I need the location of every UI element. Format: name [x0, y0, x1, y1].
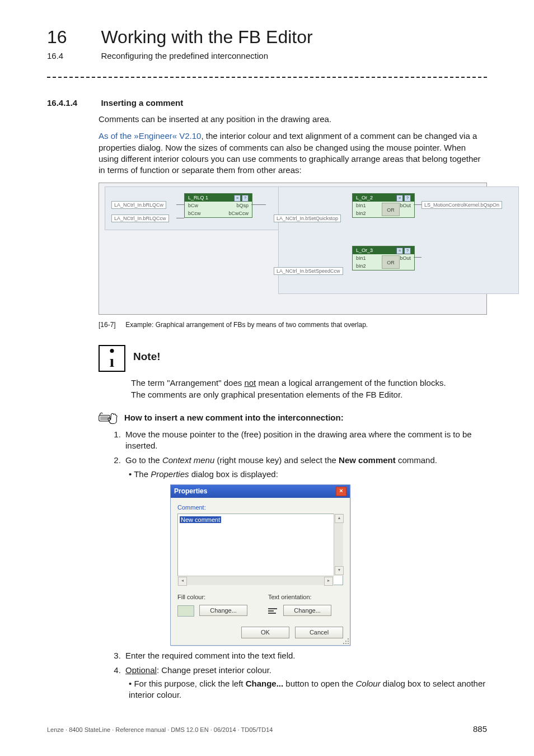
text: The term "Arrangement" does: [131, 378, 244, 388]
wire: [414, 204, 421, 205]
fb-head-icons: ≡?: [395, 247, 411, 254]
field-label: Fill colour:: [177, 593, 252, 601]
port-label: LA_NCtrl_In.bSetQuickstop: [274, 214, 341, 222]
close-button[interactable]: ×: [336, 487, 346, 496]
step-item: Enter the required comment into the text…: [123, 650, 487, 661]
fb-pin: bCw: [188, 202, 198, 209]
subsection-number: 16.4: [47, 51, 99, 60]
text: The: [134, 469, 151, 479]
fb-op: OR: [382, 203, 400, 216]
text: Move the mouse pointer to the (free) pos…: [125, 430, 472, 450]
resize-grip[interactable]: [342, 637, 349, 644]
text: (right mouse key) and select the: [214, 455, 339, 465]
field-label: Comment:: [177, 503, 343, 512]
fb-block-or2: L_Or_2 ≡? bIn1bOut bIn2 OR: [352, 193, 415, 218]
figure-tag: [16-7]: [99, 320, 124, 329]
footer-text: Lenze · 8400 StateLine · Reference manua…: [47, 726, 273, 733]
text: dialog box is displayed:: [189, 469, 278, 479]
wire: [251, 204, 266, 205]
port-label: LA_NCtrl_In.bRLQCw: [111, 201, 166, 209]
fb-pin: bCwCcw: [228, 210, 249, 217]
version-tag: As of the »Engineer« V2.10: [99, 131, 201, 141]
fb-head-icons: ≡?: [233, 194, 249, 202]
note-body: The term "Arrangement" does not mean a l…: [131, 377, 487, 400]
color-swatch: [177, 605, 194, 617]
field-label: Text orientation:: [268, 593, 343, 601]
note-title: Note!: [133, 351, 161, 363]
text: The comments are only graphical presenta…: [131, 390, 402, 399]
text: button to open the: [283, 679, 355, 688]
textarea-value: New comment: [180, 516, 221, 523]
fb-pin: bOut: [400, 202, 411, 209]
port-label: LS_MotionControlKernel.bQspOn: [421, 201, 502, 209]
chapter-title: Working with the FB Editor: [101, 27, 312, 48]
text-italic: Context menu: [162, 455, 214, 465]
fb-pin: bIn2: [356, 263, 366, 269]
page-number: 885: [473, 724, 487, 734]
fb-pin: bIn1: [356, 255, 366, 262]
step-item: Move the mouse pointer to the (free) pos…: [123, 429, 487, 452]
fb-pin: bQsp: [236, 202, 249, 209]
fb-pin: bIn2: [356, 210, 366, 217]
text-underline: not: [244, 378, 256, 388]
text-bold: New comment: [339, 455, 396, 465]
comment-textarea[interactable]: New comment ▴ ▾ ◂ ▸: [177, 514, 343, 585]
fb-block-rlq: L_RLQ 1 ≡? bCwbQsp bCcwbCwCcw: [184, 193, 252, 218]
fb-block-or3: L_Or_3 ≡? bIn1bOut bIn2 OR: [352, 246, 415, 270]
fb-pin: bOut: [400, 255, 411, 262]
port-label: LA_NCtrl_In.bSetSpeedCcw: [274, 267, 343, 275]
wire: [414, 257, 421, 258]
figure-fb-diagram: LA_NCtrl_In.bRLQCw LA_NCtrl_In.bRLQCcw L…: [99, 183, 487, 315]
text: : Change preset interior colour.: [157, 665, 271, 675]
text-italic: Properties: [151, 469, 189, 479]
scroll-right-icon[interactable]: ▸: [324, 577, 333, 586]
text: For this purpose, click the left: [134, 679, 245, 688]
text: command.: [396, 455, 437, 465]
scroll-left-icon[interactable]: ◂: [178, 577, 187, 586]
scroll-up-icon[interactable]: ▴: [335, 514, 344, 523]
scrollbar-horizontal[interactable]: ◂ ▸: [177, 576, 334, 585]
fb-title: L_Or_2: [356, 194, 373, 201]
section-title: Inserting a comment: [101, 98, 183, 108]
change-orientation-button[interactable]: Change...: [283, 605, 331, 617]
dialog-title: Properties: [174, 487, 207, 496]
section-number: 16.4.1.4: [47, 98, 99, 108]
text: Go to the: [125, 455, 162, 465]
align-left-icon: [268, 607, 278, 615]
fb-title: L_RLQ 1: [188, 194, 208, 201]
fb-pin: bCcw: [188, 210, 201, 217]
procedure-icon: [99, 411, 119, 424]
text: Enter the required comment into the text…: [125, 651, 296, 660]
info-icon: ı: [99, 345, 125, 372]
figure-caption: [16-7] Example: Graphical arrangement of…: [99, 320, 487, 329]
substep: For this purpose, click the left Change.…: [129, 678, 487, 701]
wire: [176, 218, 184, 218]
wire: [176, 204, 184, 205]
ok-button[interactable]: OK: [241, 627, 289, 638]
chapter-number: 16: [47, 27, 99, 48]
paragraph: Comments can be inserted at any position…: [99, 114, 487, 125]
step-item: Go to the Context menu (right mouse key)…: [123, 455, 487, 645]
figure-caption-text: Example: Graphical arrangement of FBs by…: [125, 321, 368, 329]
fb-op: OR: [382, 255, 400, 269]
fb-head-icons: ≡?: [395, 194, 411, 202]
change-fill-button[interactable]: Change...: [199, 605, 247, 617]
cancel-button[interactable]: Cancel: [295, 627, 343, 638]
scrollbar-vertical[interactable]: ▴ ▾: [334, 514, 343, 576]
text-underline: Optional: [125, 665, 157, 675]
step-item: Optional: Change preset interior colour.…: [123, 665, 487, 701]
fb-pin: bIn1: [356, 202, 366, 209]
properties-dialog: Properties × Comment: New comment ▴ ▾ ◂ …: [170, 484, 350, 646]
port-label: LA_NCtrl_In.bRLQCcw: [111, 214, 169, 222]
substep: The Properties dialog box is displayed:: [129, 469, 487, 480]
text: mean a logical arrangement of the functi…: [256, 378, 446, 388]
divider: [47, 77, 487, 78]
scroll-down-icon[interactable]: ▾: [335, 566, 344, 575]
subsection-title: Reconfiguring the predefined interconnec…: [101, 51, 268, 60]
paragraph: As of the »Engineer« V2.10, the interior…: [99, 130, 487, 176]
fb-title: L_Or_3: [356, 247, 373, 254]
howto-title: How to insert a new comment into the int…: [124, 413, 344, 422]
steps-list: Move the mouse pointer to the (free) pos…: [113, 429, 487, 701]
text-bold: Change...: [246, 679, 284, 688]
text-italic: Colour: [355, 679, 380, 688]
